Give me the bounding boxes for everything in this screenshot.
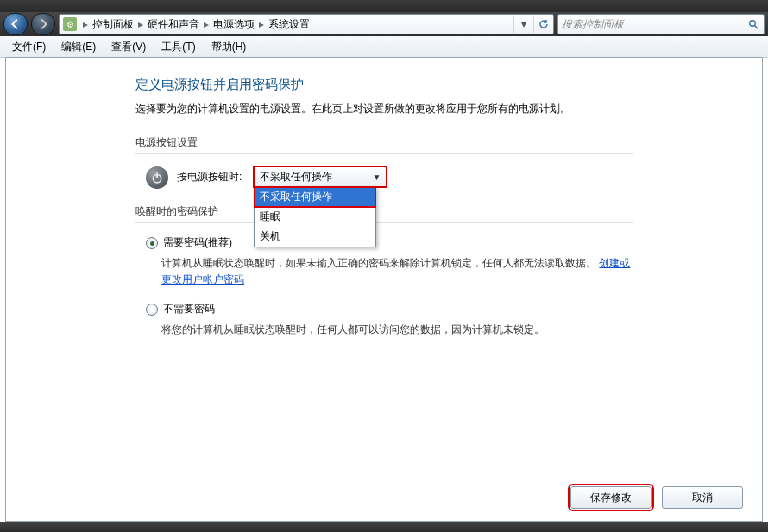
dropdown-selected: 不采取任何操作 [260, 170, 332, 185]
breadcrumb-item[interactable]: 硬件和声音 [146, 17, 201, 32]
titlebar [0, 0, 768, 12]
address-bar[interactable]: ⚙ ▸ 控制面板 ▸ 硬件和声音 ▸ 电源选项 ▸ 系统设置 ▾ [59, 14, 554, 34]
chevron-right-icon: ▸ [135, 18, 146, 30]
cancel-button[interactable]: 取消 [662, 486, 743, 509]
menubar: 文件(F) 编辑(E) 查看(V) 工具(T) 帮助(H) [0, 36, 768, 58]
power-action-dropdown[interactable]: 不采取任何操作 ▼ 不采取任何操作 睡眠 关机 [254, 166, 387, 187]
nav-forward-button[interactable] [31, 13, 55, 35]
divider [135, 153, 633, 154]
svg-line-1 [755, 26, 759, 29]
save-button[interactable]: 保存修改 [570, 486, 652, 509]
breadcrumb-item[interactable]: 电源选项 [211, 17, 256, 32]
page-description: 选择要为您的计算机设置的电源设置。在此页上对设置所做的更改将应用于您所有的电源计… [135, 102, 633, 116]
radio-require-password-desc: 计算机从睡眠状态唤醒时，如果未输入正确的密码来解除计算机锁定，任何人都无法读取数… [161, 255, 633, 288]
search-icon [746, 17, 760, 31]
radio-require-password-label: 需要密码(推荐) [163, 235, 232, 250]
chevron-right-icon: ▸ [201, 18, 211, 30]
dropdown-option[interactable]: 不采取任何操作 [255, 187, 375, 207]
nav-back-button[interactable] [3, 13, 28, 35]
search-placeholder: 搜索控制面板 [562, 17, 746, 32]
chevron-right-icon: ▸ [256, 18, 267, 30]
menu-file[interactable]: 文件(F) [5, 37, 53, 57]
navbar: ⚙ ▸ 控制面板 ▸ 硬件和声音 ▸ 电源选项 ▸ 系统设置 ▾ 搜索控制面板 [0, 12, 768, 36]
window-bottom-border [0, 522, 768, 532]
dropdown-option[interactable]: 关机 [255, 227, 375, 247]
footer-buttons: 保存修改 取消 [570, 486, 743, 509]
section-header-wake: 唤醒时的密码保护 [135, 204, 633, 219]
radio-no-password-desc: 将您的计算机从睡眠状态唤醒时，任何人都可以访问您的数据，因为计算机未锁定。 [161, 322, 633, 338]
breadcrumb-item[interactable]: 控制面板 [91, 17, 135, 32]
menu-view[interactable]: 查看(V) [104, 37, 153, 57]
section-header-power: 电源按钮设置 [135, 135, 633, 150]
dropdown-list: 不采取任何操作 睡眠 关机 [254, 186, 376, 247]
window: ⚙ ▸ 控制面板 ▸ 硬件和声音 ▸ 电源选项 ▸ 系统设置 ▾ 搜索控制面板 … [0, 0, 768, 532]
dropdown-option[interactable]: 睡眠 [255, 207, 375, 227]
address-dropdown-button[interactable]: ▾ [513, 16, 533, 33]
chevron-down-icon: ▼ [372, 172, 381, 182]
chevron-right-icon: ▸ [80, 18, 91, 30]
refresh-button[interactable] [533, 16, 553, 33]
menu-edit[interactable]: 编辑(E) [54, 37, 103, 57]
control-panel-icon: ⚙ [63, 17, 77, 31]
power-icon [146, 166, 168, 189]
radio-no-password[interactable] [146, 304, 158, 316]
power-button-label: 按电源按钮时: [177, 166, 242, 185]
menu-help[interactable]: 帮助(H) [205, 37, 254, 57]
search-input[interactable]: 搜索控制面板 [557, 14, 765, 34]
menu-tools[interactable]: 工具(T) [154, 37, 202, 57]
content-pane: 定义电源按钮并启用密码保护 选择要为您的计算机设置的电源设置。在此页上对设置所做… [5, 57, 763, 522]
page-title: 定义电源按钮并启用密码保护 [135, 77, 633, 93]
svg-point-0 [750, 21, 755, 26]
radio-no-password-label: 不需要密码 [163, 302, 215, 316]
breadcrumb-item[interactable]: 系统设置 [267, 17, 312, 32]
divider [135, 222, 633, 223]
radio-require-password[interactable] [146, 237, 158, 249]
